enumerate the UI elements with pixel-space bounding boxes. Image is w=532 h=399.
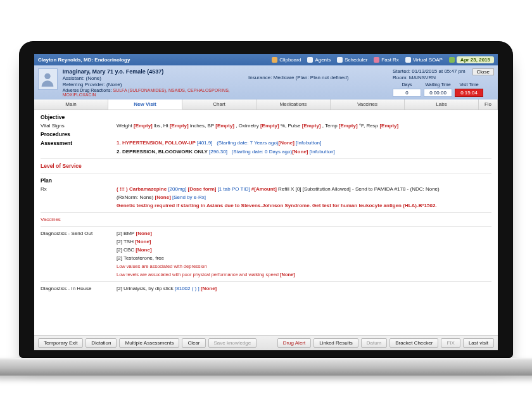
infobutton-2[interactable]: [Infobutton] — [310, 149, 335, 155]
referring-line: Referring Provider: (None) — [63, 82, 243, 87]
svg-point-0 — [45, 73, 51, 79]
timer-values: 0 0:00:00 0:15:04 — [393, 89, 494, 97]
tab-chart[interactable]: Chart — [182, 99, 256, 110]
scheduler-icon — [337, 57, 343, 63]
dx-out-4[interactable]: [2] Testosterone, free — [117, 255, 491, 261]
button-bar: Temporary Exit Dictation Multiple Assess… — [34, 335, 498, 350]
visit-time-box: 0:15:04 — [455, 89, 483, 97]
btn-dictation[interactable]: Dictation — [86, 338, 117, 348]
agents-icon — [307, 57, 313, 63]
visit-body: Objective Vital Signs Weight [Empty] lbs… — [34, 110, 498, 335]
person-icon — [39, 70, 56, 88]
btn-save-knowledge: Save knowledge — [208, 338, 257, 348]
dx-out-3[interactable]: [2] CBC [None] — [117, 247, 491, 253]
insurance-line: Insurance: Medicare (Plan: Plan not defi… — [248, 75, 388, 80]
dx-in-1[interactable]: [2] Urinalysis, by dip stick [81002 ( ) … — [117, 286, 491, 291]
btn-bracket-checker[interactable]: Bracket Checker — [390, 338, 438, 348]
waiting-time-box: 0:00:00 — [424, 89, 452, 97]
dx-out-note1: Low values are associated with depressio… — [117, 263, 491, 269]
laptop-frame: Clayton Reynolds, MD: Endocrinology Clip… — [19, 41, 513, 358]
dx-in-label: Diagnostics - In House — [41, 286, 110, 291]
clipboard-icon — [272, 57, 277, 63]
sec-plan: Plan — [41, 177, 110, 184]
nav-fastrx[interactable]: Fast Rx — [374, 57, 399, 63]
nav-scheduler[interactable]: Scheduler — [337, 57, 367, 63]
banner-left: Imaginary, Mary 71 y.o. Female (4537) As… — [63, 68, 243, 97]
btn-fix: FIX — [441, 338, 460, 348]
btn-clear[interactable]: Clear — [182, 338, 205, 348]
nav-date[interactable]: Apr 23, 2015 — [449, 56, 494, 63]
infobutton-1[interactable]: [Infobutton] — [296, 140, 321, 146]
room-line: Room: MAINSVRN — [393, 75, 494, 80]
sec-los: Level of Service — [41, 163, 110, 169]
btn-linked-results[interactable]: Linked Results — [314, 338, 358, 348]
patient-banner: Close Imaginary, Mary 71 y.o. Female (45… — [34, 65, 498, 99]
fastrx-icon — [374, 57, 379, 63]
rx-line[interactable]: ( !!! ) Carbamazepine [200mg] [Dose form… — [117, 186, 491, 192]
nav-clipboard[interactable]: Clipboard — [272, 57, 301, 63]
btn-datum: Datum — [361, 338, 388, 348]
tab-flo[interactable]: Flo — [479, 99, 498, 110]
dx-out-2[interactable]: [2] TSH [None] — [117, 239, 491, 244]
vaccines-label: Vaccines — [41, 217, 110, 222]
vitals-label: Vital Signs — [41, 123, 110, 129]
btn-drug-alert[interactable]: Drug Alert — [277, 338, 312, 348]
dx-out-note2: Low levels are associated with poor phys… — [117, 272, 491, 277]
dx-out-1[interactable]: [2] BMP [None] — [117, 231, 491, 236]
tab-vaccines[interactable]: Vaccines — [331, 99, 405, 110]
patient-name: Imaginary, Mary 71 y.o. Female (4537) — [63, 68, 243, 75]
assessment-2[interactable]: 2. DEPRESSION, BLOODWORK ONLY [296.30] (… — [117, 149, 491, 155]
btn-last-visit[interactable]: Last visit — [463, 338, 494, 348]
rx-line-2[interactable]: (RxNorm: None) [None] [Send by e-Rx] — [117, 194, 491, 200]
vitals-value[interactable]: Weight [Empty] lbs, Ht [Empty] inches, B… — [117, 123, 491, 129]
btn-temp-exit[interactable]: Temporary Exit — [38, 338, 83, 348]
rx-label: Rx — [41, 186, 110, 192]
assistant-line: Assistant: (None) — [63, 75, 243, 81]
tab-labs[interactable]: Labs — [405, 99, 479, 110]
patient-avatar — [38, 68, 58, 90]
timer-labels: Days Waiting Time Visit Time — [393, 82, 494, 87]
sec-procedures: Procedures — [41, 131, 110, 137]
banner-mid: Insurance: Medicare (Plan: Plan not defi… — [248, 68, 388, 97]
app-title: Clayton Reynolds, MD: Endocrinology — [38, 57, 130, 63]
nav-virtualsoap[interactable]: Virtual SOAP — [405, 57, 443, 63]
tab-main[interactable]: Main — [34, 99, 108, 110]
titlebar: Clayton Reynolds, MD: Endocrinology Clip… — [34, 54, 498, 65]
assessment-1[interactable]: 1. HYPERTENSION, FOLLOW-UP [401.9] (Star… — [117, 140, 491, 146]
tab-strip: Main New Visit Chart Medications Vaccine… — [34, 99, 498, 110]
tab-medications[interactable]: Medications — [256, 99, 331, 110]
btn-multi-assess[interactable]: Multiple Assessments — [119, 338, 179, 348]
dx-out-label: Diagnostics - Send Out — [41, 231, 110, 236]
adr-line: Adverse Drug Reactions: SULFA (SULFONAMI… — [63, 88, 243, 97]
sec-assessment: Assessment — [41, 140, 110, 146]
nav-agents[interactable]: Agents — [307, 57, 331, 63]
sec-objective: Objective — [41, 114, 110, 120]
close-button[interactable]: Close — [472, 68, 494, 75]
rx-warning: Genetic testing required if starting in … — [117, 203, 491, 208]
days-box: 0 — [393, 89, 421, 97]
virtualsoap-icon — [405, 57, 411, 63]
tab-new-visit[interactable]: New Visit — [108, 99, 182, 110]
date-icon — [449, 57, 455, 63]
app-screen: Clayton Reynolds, MD: Endocrinology Clip… — [34, 54, 498, 350]
